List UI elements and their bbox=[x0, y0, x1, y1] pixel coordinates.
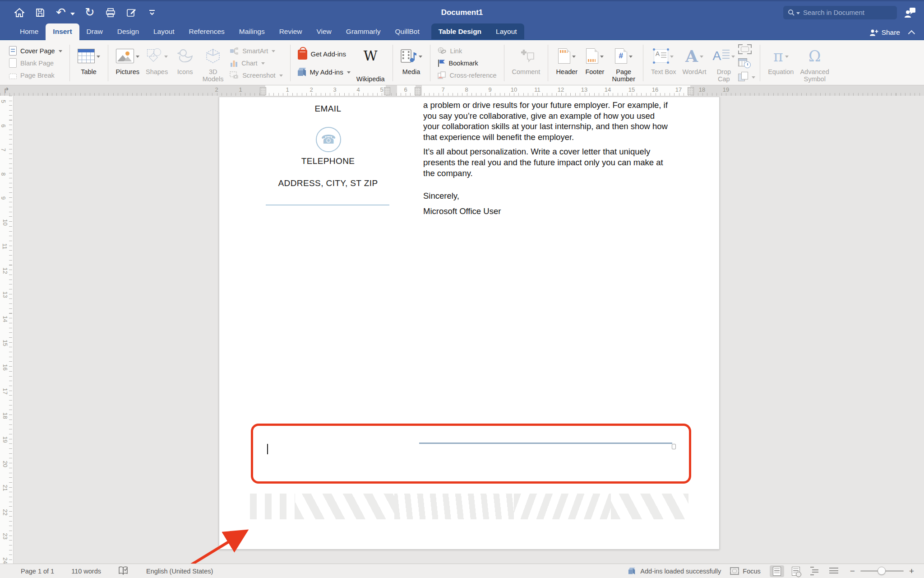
zoom-slider[interactable] bbox=[860, 570, 904, 572]
3d-cube-icon bbox=[205, 48, 221, 64]
ruler-number: 15 bbox=[2, 340, 9, 346]
zoom-in-button[interactable]: + bbox=[909, 567, 914, 575]
drop-cap-icon: A bbox=[713, 50, 730, 62]
statusbar: Page 1 of 1 110 words English (United St… bbox=[0, 564, 924, 578]
cover-page-button[interactable]: Cover Page bbox=[7, 45, 64, 57]
column-resize-handle[interactable] bbox=[260, 87, 266, 95]
outline-view-button[interactable] bbox=[808, 565, 822, 577]
tab-mailings[interactable]: Mailings bbox=[232, 23, 272, 39]
ruler-number: 2 bbox=[215, 86, 218, 93]
tab-design[interactable]: Design bbox=[110, 23, 146, 39]
word-count[interactable]: 110 words bbox=[71, 568, 101, 575]
footer-stripe-graphic bbox=[250, 494, 688, 519]
page-break-button[interactable]: Page Break bbox=[7, 69, 64, 81]
ruler-number: 20 bbox=[2, 461, 9, 467]
tab-layout[interactable]: Layout bbox=[489, 23, 524, 39]
letter-body: a problem or drive results for your futu… bbox=[423, 100, 670, 216]
ruler-number: 5 bbox=[380, 86, 383, 93]
tab-quillbot[interactable]: QuillBot bbox=[388, 23, 426, 39]
text-box-button[interactable]: Text Box bbox=[648, 42, 679, 84]
shapes-button[interactable]: Shapes bbox=[143, 42, 171, 84]
print-layout-view-button[interactable] bbox=[770, 565, 784, 577]
zoom-out-button[interactable]: − bbox=[850, 567, 855, 575]
draft-view-icon bbox=[829, 568, 838, 575]
tab-table-design[interactable]: Table Design bbox=[431, 23, 489, 39]
shapes-icon bbox=[146, 48, 162, 64]
ruler-number: 12 bbox=[558, 86, 564, 93]
pictures-button[interactable]: Pictures bbox=[113, 42, 143, 84]
screenshot-button[interactable]: Screenshot bbox=[228, 69, 284, 81]
tab-grammarly[interactable]: Grammarly bbox=[339, 23, 388, 39]
tab-draw[interactable]: Draw bbox=[79, 23, 110, 39]
chart-button[interactable]: Chart bbox=[228, 57, 284, 69]
footer-icon bbox=[586, 48, 598, 64]
zoom-slider-thumb[interactable] bbox=[878, 567, 886, 575]
tab-view[interactable]: View bbox=[310, 23, 339, 39]
bookmark-flag-icon bbox=[438, 59, 445, 67]
text-extras-stack bbox=[738, 42, 755, 84]
column-resize-handle[interactable] bbox=[415, 87, 421, 95]
ruler-number: 19 bbox=[2, 436, 9, 443]
web-layout-icon bbox=[792, 567, 800, 576]
my-add-ins-button[interactable]: My Add-ins bbox=[296, 63, 352, 82]
ruler-number: 22 bbox=[2, 509, 9, 515]
page-number-button[interactable]: # Page Number bbox=[609, 42, 638, 84]
wikipedia-button[interactable]: W Wikipedia bbox=[353, 42, 388, 84]
media-button[interactable]: Media bbox=[397, 42, 425, 84]
equation-button[interactable]: π Equation bbox=[765, 42, 797, 84]
ruler-number: 7 bbox=[441, 86, 444, 93]
wordart-icon: A bbox=[685, 48, 698, 64]
share-label: Share bbox=[882, 28, 900, 37]
drop-cap-button[interactable]: A Drop Cap bbox=[710, 42, 739, 84]
date-time-icon[interactable] bbox=[738, 58, 751, 68]
letter-paragraph: It’s all about personalization. Write a … bbox=[423, 146, 670, 178]
bookmark-button[interactable]: Bookmark bbox=[436, 57, 499, 69]
spellcheck-icon[interactable] bbox=[118, 566, 129, 576]
web-layout-view-button[interactable] bbox=[789, 565, 803, 577]
tab-layout[interactable]: Layout bbox=[146, 23, 182, 39]
share-button[interactable]: Share bbox=[869, 28, 900, 37]
ruler-number: 6 bbox=[404, 86, 407, 93]
ruler-number: 9 bbox=[488, 86, 491, 93]
header-icon bbox=[558, 48, 570, 64]
tab-review[interactable]: Review bbox=[272, 23, 310, 39]
search-icon[interactable] bbox=[788, 9, 800, 17]
smartart-button[interactable]: SmartArt bbox=[228, 45, 284, 57]
wordart-button[interactable]: A WordArt bbox=[679, 42, 710, 84]
titlebar: ↶ ↻ Document1 bbox=[0, 0, 924, 23]
tab-selector-icon[interactable]: ↱ bbox=[3, 86, 9, 95]
tab-references[interactable]: References bbox=[182, 23, 232, 39]
footer-button[interactable]: Footer bbox=[581, 42, 609, 84]
ruler-number: 17 bbox=[2, 388, 9, 394]
ribbon: Cover Page Blank Page Page Break Table P… bbox=[0, 40, 924, 85]
ruler-number: 14 bbox=[605, 86, 611, 93]
comment-button[interactable]: Comment bbox=[509, 42, 544, 84]
header-button[interactable]: Header bbox=[553, 42, 581, 84]
language-selector[interactable]: English (United States) bbox=[146, 568, 213, 575]
ruler-number: 18 bbox=[699, 86, 705, 93]
telephone-icon: ☎ bbox=[316, 127, 341, 152]
comment-icon bbox=[517, 49, 535, 63]
table-button[interactable]: Table bbox=[74, 42, 103, 84]
document-page[interactable]: EMAIL ☎ TELEPHONE ADDRESS, CITY, ST ZIP … bbox=[219, 97, 720, 550]
icons-button[interactable]: Icons bbox=[171, 42, 199, 84]
advanced-symbol-button[interactable]: Ω Advanced Symbol bbox=[797, 42, 832, 84]
cross-reference-button[interactable]: Cross-reference bbox=[436, 69, 499, 81]
tab-home[interactable]: Home bbox=[13, 23, 46, 39]
telephone-label: TELEPHONE bbox=[247, 156, 409, 166]
get-add-ins-button[interactable]: Get Add-ins bbox=[296, 45, 352, 63]
3d-models-button[interactable]: 3D Models bbox=[199, 42, 227, 84]
link-button[interactable]: Link bbox=[436, 45, 499, 57]
column-resize-handle[interactable] bbox=[688, 87, 694, 95]
email-label: EMAIL bbox=[247, 104, 409, 114]
tab-insert[interactable]: Insert bbox=[46, 23, 79, 40]
focus-button[interactable]: Focus bbox=[730, 567, 761, 575]
column-resize-handle[interactable] bbox=[384, 87, 390, 95]
frame-icon[interactable] bbox=[738, 44, 752, 54]
blank-page-button[interactable]: Blank Page bbox=[7, 57, 64, 69]
account-presence-icon[interactable] bbox=[904, 7, 916, 19]
collapse-ribbon-icon[interactable] bbox=[908, 30, 915, 37]
draft-view-button[interactable] bbox=[827, 565, 841, 577]
page-count[interactable]: Page 1 of 1 bbox=[21, 568, 54, 575]
object-icon[interactable] bbox=[738, 72, 750, 82]
